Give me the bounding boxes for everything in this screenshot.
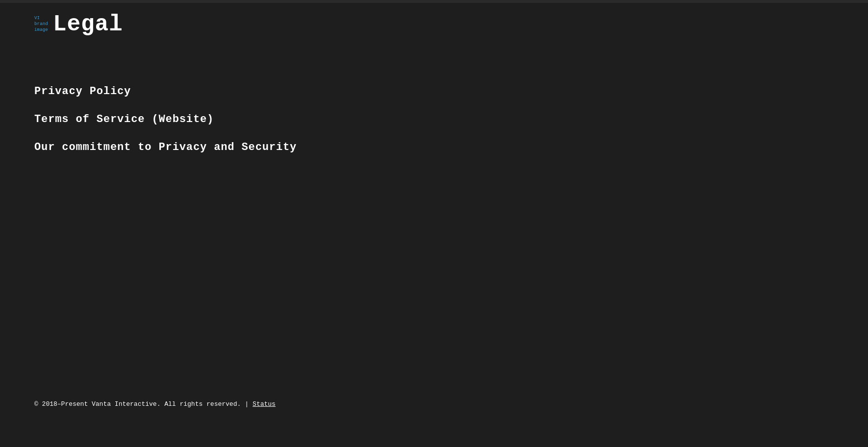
brand-line3: image	[34, 27, 48, 33]
footer: © 2018–Present Vanta Interactive. All ri…	[34, 400, 276, 408]
footer-separator: |	[245, 400, 249, 408]
commitment-privacy-security-link[interactable]: Our commitment to Privacy and Security	[34, 141, 834, 153]
privacy-policy-link[interactable]: Privacy Policy	[34, 85, 834, 98]
main-content: Privacy Policy Terms of Service (Website…	[0, 46, 868, 153]
brand-line1: VI	[34, 16, 40, 22]
page-title: Legal	[53, 12, 123, 37]
footer-copyright: © 2018–Present Vanta Interactive. All ri…	[34, 400, 241, 408]
brand-image: VI brand image	[34, 16, 48, 33]
brand-line2: brand	[34, 22, 48, 27]
header: VI brand image Legal	[0, 3, 868, 46]
footer-status-link[interactable]: Status	[253, 400, 276, 408]
terms-of-service-link[interactable]: Terms of Service (Website)	[34, 113, 834, 125]
